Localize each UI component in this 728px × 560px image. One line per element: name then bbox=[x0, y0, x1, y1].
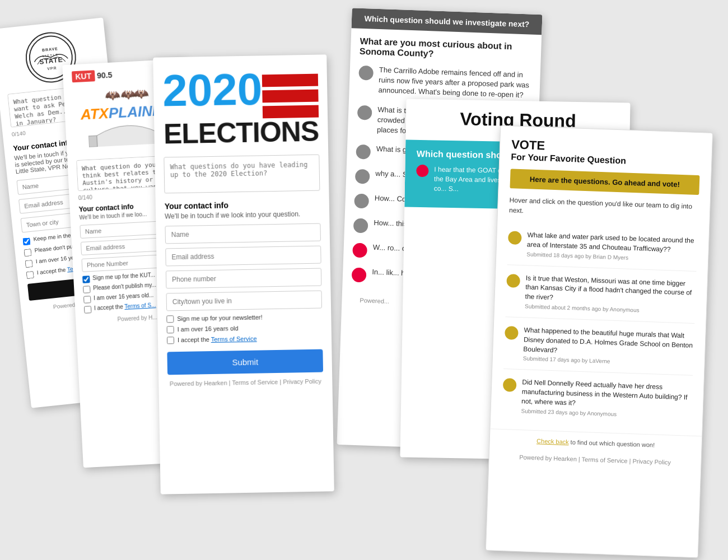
vote-dot-1 bbox=[508, 231, 522, 245]
elections-stripes-area bbox=[262, 68, 319, 119]
vote-item-4[interactable]: Did Nell Donnelly Reed actually have her… bbox=[502, 377, 693, 427]
voting-teal-dot bbox=[416, 165, 428, 177]
vote-item-content-2: Is it true that Weston, Missouri was at … bbox=[525, 273, 696, 315]
stripe-2 bbox=[262, 90, 318, 103]
svg-text:BRAVE: BRAVE bbox=[42, 46, 59, 52]
svg-text:STATE: STATE bbox=[39, 55, 64, 66]
elections-year: 2020 bbox=[162, 69, 263, 111]
sonoma-dot-5 bbox=[354, 194, 369, 209]
vote-cta: Here are the questions. Go ahead and vot… bbox=[510, 169, 699, 195]
vote-item-content-1: What lake and water park used to be loca… bbox=[526, 230, 697, 263]
vote-dot-2 bbox=[506, 274, 520, 288]
vote-item-text-4: Did Nell Donnelly Reed actually have her… bbox=[521, 378, 693, 412]
svg-rect-5 bbox=[88, 136, 97, 147]
elections-question-input[interactable] bbox=[164, 155, 320, 194]
elections-phone-input[interactable] bbox=[166, 268, 322, 289]
vote-body: What lake and water park used to be loca… bbox=[491, 230, 709, 428]
kut-freq: 90.5 bbox=[97, 71, 113, 80]
check-back-link[interactable]: Check back bbox=[536, 437, 569, 445]
elections-name-input[interactable] bbox=[165, 223, 321, 244]
sonoma-dot-8 bbox=[352, 268, 367, 283]
sonoma-dot-6 bbox=[353, 218, 368, 234]
sonoma-dot-4 bbox=[355, 169, 370, 184]
vote-instruction: Hover and click on the question you'd li… bbox=[509, 195, 699, 222]
kut-label: KUT bbox=[72, 70, 95, 82]
stripe-1 bbox=[262, 74, 318, 87]
sonoma-option-1[interactable]: The Carrillo Adobe remains fenced off an… bbox=[358, 64, 531, 101]
elections-checkbox-terms[interactable]: I accept the Terms of Service bbox=[167, 334, 323, 344]
elections-contact-title: Your contact info bbox=[165, 199, 320, 211]
atx-logo-atx: ATX bbox=[80, 105, 109, 123]
elections-submit-button[interactable]: Submit bbox=[167, 349, 323, 375]
sonoma-dot-7 bbox=[352, 243, 367, 258]
elections-body: Your contact info We'll be in touch if w… bbox=[155, 154, 332, 396]
sonoma-dot-1 bbox=[358, 66, 374, 81]
elections-email-input[interactable] bbox=[165, 246, 321, 267]
vote-item-content-4: Did Nell Donnelly Reed actually have her… bbox=[521, 378, 692, 420]
elections-city-input[interactable] bbox=[166, 291, 323, 311]
svg-text:VPR: VPR bbox=[47, 66, 57, 71]
elections-word: ELECTIONS bbox=[163, 118, 319, 148]
vote-item-text-2: Is it true that Weston, Missouri was at … bbox=[525, 273, 696, 307]
sonoma-text-1: The Carrillo Adobe remains fenced off an… bbox=[378, 65, 531, 101]
vote-item-2[interactable]: Is it true that Weston, Missouri was at … bbox=[505, 273, 696, 324]
kut-badge: KUT 90.5 bbox=[72, 69, 113, 83]
vote-item-content-3: What happened to the beautiful huge mura… bbox=[523, 325, 694, 367]
elections-powered-by: Powered by Hearken | Terms of Service | … bbox=[167, 378, 323, 388]
elections-terms-link[interactable]: Terms of Service bbox=[211, 335, 257, 343]
elections-2020-card: 2020 ELECTIONS Your contact info We'll b… bbox=[153, 54, 334, 494]
vote-panel-card: VOTE For Your Favorite Question Here are… bbox=[486, 125, 713, 558]
vote-footer-text: to find out which question won! bbox=[571, 438, 655, 448]
elections-year-area: 2020 bbox=[162, 69, 263, 111]
elections-contact-sub: We'll be in touch if we look into your q… bbox=[165, 210, 320, 221]
vote-dot-3 bbox=[505, 326, 519, 340]
vote-header: VOTE For Your Favorite Question Here are… bbox=[497, 126, 712, 237]
elections-checkbox-newsletter[interactable]: Sign me up for your newsletter! bbox=[166, 313, 322, 323]
sonoma-section-question: What are you most curious about in Sonom… bbox=[360, 36, 533, 63]
sonoma-dot-2 bbox=[357, 105, 372, 120]
sonoma-dot-3 bbox=[356, 144, 371, 160]
elections-header: 2020 ELECTIONS bbox=[153, 54, 328, 157]
elections-checkbox-age[interactable]: I am over 16 years old bbox=[167, 324, 323, 334]
elections-logo-row: 2020 bbox=[162, 64, 319, 120]
vote-item-1[interactable]: What lake and water park used to be loca… bbox=[507, 230, 698, 271]
vote-item-3[interactable]: What happened to the beautiful huge mura… bbox=[503, 325, 694, 376]
vote-item-text-3: What happened to the beautiful huge mura… bbox=[523, 325, 694, 360]
vote-dot-4 bbox=[503, 378, 517, 392]
